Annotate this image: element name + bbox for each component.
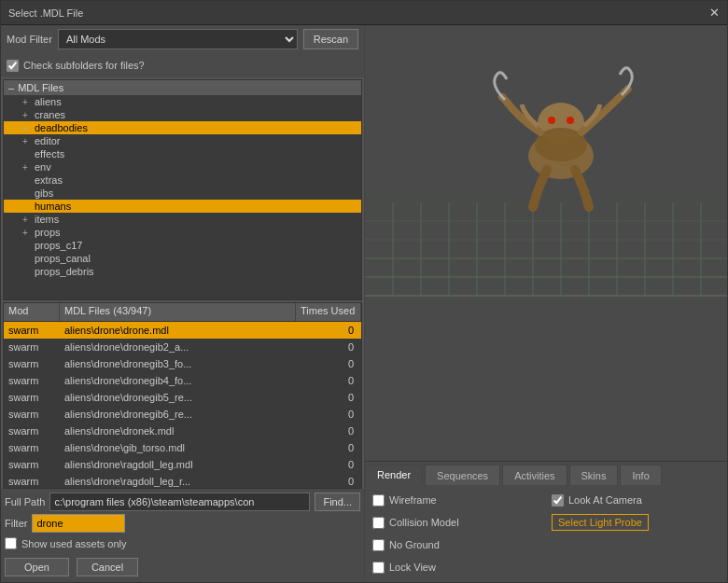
tree-area[interactable]: – MDL Files + aliens + cranes + deadbodi…: [3, 79, 362, 300]
file-list-body[interactable]: swarm aliens\drone\drone.mdl 0 swarm ali…: [4, 322, 361, 488]
tab-info[interactable]: Info: [620, 465, 661, 485]
file-cell-times: 0: [296, 357, 361, 370]
file-row[interactable]: swarm aliens\drone\dronegib4_fo... 0: [4, 372, 361, 389]
file-row[interactable]: swarm aliens\drone\dronegib2_a... 0: [4, 339, 361, 355]
tree-item-extras[interactable]: extras: [4, 174, 361, 187]
wireframe-label: Wireframe: [389, 494, 437, 506]
file-cell-path: aliens\drone\dronegib4_fo...: [60, 374, 296, 387]
no-ground-row: No Ground: [372, 535, 540, 554]
tab-render[interactable]: Render: [365, 465, 423, 485]
no-ground-label: No Ground: [389, 539, 440, 550]
tree-item-label: editor: [35, 135, 61, 146]
file-row[interactable]: swarm aliens\drone\ragdoll_leg.mdl 0: [4, 456, 361, 473]
file-row[interactable]: swarm aliens\drone\dronegib6_re... 0: [4, 406, 361, 423]
expand-icon: +: [22, 110, 32, 120]
tree-item-cranes[interactable]: + cranes: [4, 108, 361, 121]
show-used-checkbox[interactable]: [5, 537, 17, 549]
tree-item-label: cranes: [35, 109, 65, 120]
file-cell-times: 0: [296, 475, 361, 488]
tree-collapse-icon[interactable]: –: [8, 82, 14, 93]
filter-row: Filter: [5, 514, 360, 533]
cancel-button[interactable]: Cancel: [77, 558, 138, 576]
tree-item-aliens[interactable]: + aliens: [4, 95, 361, 108]
tree-item-props[interactable]: + props: [4, 226, 361, 239]
file-row[interactable]: swarm aliens\drone\dronek.mdl 0: [4, 423, 361, 439]
left-panel: Mod Filter All Mods swarm Rescan Check s…: [1, 25, 365, 582]
mod-filter-label: Mod Filter: [7, 34, 52, 45]
main-content: Mod Filter All Mods swarm Rescan Check s…: [1, 25, 727, 582]
title-bar: Select .MDL File ✕: [1, 1, 727, 25]
select-light-probe-row: Select Light Probe: [552, 513, 720, 532]
tree-item-props-c17[interactable]: props_c17: [4, 239, 361, 252]
file-cell-path: aliens\drone\gib_torso.mdl: [60, 441, 296, 454]
full-path-input[interactable]: [49, 493, 310, 511]
tree-item-items[interactable]: + items: [4, 213, 361, 226]
file-cell-times: 0: [296, 424, 361, 437]
file-row[interactable]: swarm aliens\drone\dronegib5_re... 0: [4, 389, 361, 406]
file-cell-mod: swarm: [4, 458, 60, 471]
tree-item-label: env: [35, 161, 51, 173]
collision-model-row: Collision Model: [372, 513, 540, 532]
expand-icon: +: [22, 97, 32, 107]
tree-item-env[interactable]: + env: [4, 160, 361, 174]
file-cell-times: 0: [296, 408, 361, 421]
tree-item-editor[interactable]: + editor: [4, 134, 361, 147]
file-row[interactable]: swarm aliens\drone\dronegib3_fo... 0: [4, 355, 361, 372]
filter-label: Filter: [5, 518, 27, 529]
tab-sequences[interactable]: Sequences: [425, 465, 500, 485]
close-button[interactable]: ✕: [709, 6, 720, 20]
mod-filter-select[interactable]: All Mods swarm: [58, 29, 298, 49]
find-button[interactable]: Find...: [315, 493, 360, 511]
file-cell-times: 0: [296, 391, 361, 404]
tabs-row: Render Sequences Activities Skins Info: [365, 461, 727, 485]
file-cell-mod: swarm: [4, 391, 60, 404]
file-cell-mod: swarm: [4, 408, 60, 421]
file-cell-path: aliens\drone\dronegib2_a...: [60, 340, 296, 354]
collision-model-checkbox[interactable]: [372, 517, 385, 529]
tree-item-label: items: [35, 214, 59, 225]
check-subfolders-checkbox[interactable]: [7, 60, 19, 72]
select-light-probe-button[interactable]: Select Light Probe: [552, 514, 649, 531]
tab-skins[interactable]: Skins: [569, 465, 619, 485]
file-cell-times: 0: [296, 340, 361, 354]
tree-item-label: props_debris: [35, 266, 94, 277]
no-ground-checkbox[interactable]: [372, 539, 385, 551]
file-cell-path: aliens\drone\dronegib3_fo...: [60, 357, 296, 370]
tree-item-effects[interactable]: effects: [4, 147, 361, 160]
tree-item-label: props_c17: [35, 240, 82, 251]
tree-item-humans[interactable]: humans: [4, 200, 361, 213]
file-row[interactable]: swarm aliens\drone\ragdoll_leg_r... 0: [4, 473, 361, 488]
file-cell-times: 0: [296, 374, 361, 387]
wireframe-row: Wireframe: [372, 491, 540, 509]
file-list-header: Mod MDL Files (43/947) Times Used: [4, 303, 361, 322]
lock-view-row: Lock View: [372, 558, 540, 576]
file-cell-mod: swarm: [4, 340, 60, 354]
path-row: Full Path Find...: [5, 493, 360, 511]
wireframe-checkbox[interactable]: [372, 494, 385, 507]
file-cell-mod: swarm: [4, 374, 60, 387]
look-at-camera-checkbox[interactable]: [552, 494, 564, 507]
col-files[interactable]: MDL Files (43/947): [60, 303, 296, 321]
tree-item-label: aliens: [35, 96, 62, 107]
tree-item-label: effects: [35, 148, 64, 160]
tree-item-deadbodies[interactable]: + deadbodies: [4, 121, 361, 134]
tree-item-props-canal[interactable]: props_canal: [4, 252, 361, 265]
file-cell-path: aliens\drone\dronegib5_re...: [60, 391, 296, 404]
expand-icon: +: [22, 136, 32, 146]
file-cell-mod: swarm: [4, 324, 60, 337]
open-button[interactable]: Open: [5, 558, 69, 576]
collision-model-label: Collision Model: [389, 517, 459, 528]
file-row[interactable]: swarm aliens\drone\drone.mdl 0: [4, 322, 361, 339]
file-cell-mod: swarm: [4, 424, 60, 437]
col-mod[interactable]: Mod: [4, 303, 60, 321]
rescan-button[interactable]: Rescan: [303, 29, 358, 49]
tree-item-gibs[interactable]: gibs: [4, 187, 361, 200]
file-row[interactable]: swarm aliens\drone\gib_torso.mdl 0: [4, 439, 361, 456]
tab-activities[interactable]: Activities: [502, 465, 567, 485]
lock-view-checkbox[interactable]: [372, 562, 385, 574]
tree-item-props-debris[interactable]: props_debris: [4, 265, 361, 278]
svg-point-22: [548, 117, 555, 124]
check-subfolders-label: Check subfolders for files?: [23, 60, 145, 71]
col-times[interactable]: Times Used: [296, 303, 361, 321]
filter-input[interactable]: [32, 514, 125, 533]
